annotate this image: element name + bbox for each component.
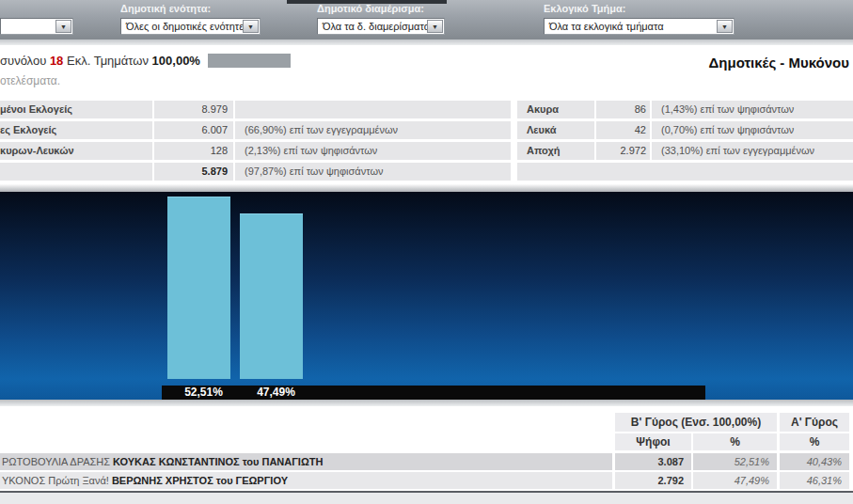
invalid-label: Ακυρα [517,101,594,118]
progress-bar [208,54,291,68]
table-row: κυρων-Λευκών 128 (2,13%) επί των ψηφισάν… [0,142,511,160]
candidate-1-pct-a: 40,43% [780,453,849,470]
blank-label: Λευκά [517,121,594,139]
reporting-status: συνόλου 18 Εκλ. Τμημάτων 100,00% [0,54,291,68]
candidate-2-name: ΥΚΟΝΟΣ Πρώτη Ξανά! ΒΕΡΩΝΗΣ ΧΡΗΣΤΟΣ του Γ… [0,472,612,489]
table-row: Ακυρα 86 (1,43%) επί των ψηφισάντων [517,101,853,118]
invalid-note: (1,43%) επί των ψηφισάντων [652,101,853,118]
pct-b-header: % [693,433,777,450]
invalid-value: 86 [596,101,650,118]
bar-candidate-2 [240,213,303,379]
chart-label-strip [162,386,705,400]
party-1: ΡΩΤΟΒΟΥΛΙΑ ΔΡΑΣΗΣ [2,456,110,467]
abstention-label: Αποχή [517,142,594,160]
results-header-row-1: Β' Γύρος (Ενσ. 100,00%) Α' Γύρος [0,413,853,432]
candidate-2-votes: 2.792 [615,472,691,489]
status-middle: Εκλ. Τμημάτων [67,54,149,68]
voted-value: 6.007 [154,121,233,139]
chevron-down-icon[interactable]: ▼ [55,20,71,33]
municipal-district-label: Δημοτικό διαμέρισμα: [317,3,424,14]
valid-value: 5.879 [154,163,233,181]
chevron-down-icon[interactable]: ▼ [717,20,733,33]
candidate-row-1: ΡΩΤΟΒΟΥΛΙΑ ΔΡΑΣΗΣ ΚΟΥΚΑΣ ΚΩΝΣΤΑΝΤΙΝΟΣ το… [0,453,853,470]
table-row [517,163,853,181]
candidate-2-pct-b: 47,49% [693,472,777,489]
footer-area [0,493,853,504]
voted-note: (66,90%) επί των εγγεγραμμένων [235,121,511,139]
round-b-header: Β' Γύρος (Ενσ. 100,00%) [615,413,777,432]
registered-voters-note [235,101,511,118]
ballot-stats-table: Ακυρα 86 (1,43%) επί των ψηφισάντων Λευκ… [517,101,853,181]
registered-voters-value: 8.979 [154,101,233,118]
table-row: 5.879 (97,87%) επί των ψηφισάντων [0,163,511,181]
invalid-blank-label: κυρων-Λευκών [0,142,152,160]
chart-background [0,192,853,400]
results-header-row-2: Ψήφοι % % [0,433,853,450]
candidate-2: ΒΕΡΩΝΗΣ ΧΡΗΣΤΟΣ του ΓΕΩΡΓΙΟΥ [112,475,288,486]
reporting-percent: 100,00% [152,54,200,68]
votes-header: Ψήφοι [615,433,691,450]
results-bar-chart: 52,51% 47,49% [0,184,853,406]
voted-label: ες Εκλογείς [0,121,152,139]
page-title: Δημοτικές - Μυκόνου [709,55,849,71]
municipal-unit-label: Δημοτική ενότητα: [120,3,211,14]
table-row: ες Εκλογείς 6.007 (66,90%) επί των εγγεγ… [0,121,511,139]
abstention-value: 2.972 [596,142,650,160]
municipal-unit-value: Όλες οι δημοτικές ενότητες [126,21,248,32]
municipal-district-value: Όλα τα δ. διαμερίσματα [323,21,430,32]
status-prefix: συνόλου [0,54,46,68]
polling-station-label: Εκλογικό Τμήμα: [544,3,625,14]
blank-value: 42 [596,121,650,139]
chart-bottom-edge [0,400,853,406]
bar-label-1: 52,51% [172,386,235,400]
chart-top-edge [0,184,853,192]
candidate-row-2: ΥΚΟΝΟΣ Πρώτη Ξανά! ΒΕΡΩΝΗΣ ΧΡΗΣΤΟΣ του Γ… [0,472,853,489]
filter-bar: ▼ Δημοτική ενότητα: Όλες οι δημοτικές εν… [0,0,853,39]
results-subtext: οτελέσματα. [0,74,60,87]
pct-a-header: % [780,433,849,450]
party-2: ΥΚΟΝΟΣ Πρώτη Ξανά! [2,475,109,486]
table-row: Αποχή 2.972 (33,10%) επί των εγγεγραμμέν… [517,142,853,160]
filter-bar-bottom-edge [0,39,853,45]
municipal-unit-select[interactable]: Όλες οι δημοτικές ενότητες ▼ [120,18,261,35]
table-row: Λευκά 42 (0,70%) επί των ψηφισάντων [517,121,853,139]
candidate-1-name: ΡΩΤΟΒΟΥΛΙΑ ΔΡΑΣΗΣ ΚΟΥΚΑΣ ΚΩΝΣΤΑΝΤΙΝΟΣ το… [0,453,612,470]
candidate-2-pct-a: 46,31% [780,472,849,489]
candidate-1: ΚΟΥΚΑΣ ΚΩΝΣΤΑΝΤΙΝΟΣ του ΠΑΝΑΓΙΩΤΗ [113,456,323,467]
candidate-1-votes: 3.087 [615,453,691,470]
electorate-stats-table: μένοι Εκλογείς 8.979 ες Εκλογείς 6.007 (… [0,101,511,181]
chevron-down-icon[interactable]: ▼ [243,20,259,33]
bar-label-2: 47,49% [245,386,308,400]
polling-station-select[interactable]: Όλα τα εκλογικά τμήματα ▼ [544,18,735,35]
registered-voters-label: μένοι Εκλογείς [0,101,152,118]
invalid-blank-note: (2,13%) επί των ψηφισάντων [235,142,511,160]
polling-station-value: Όλα τα εκλογικά τμήματα [549,21,664,32]
municipal-district-select[interactable]: Όλα τα δ. διαμερίσματα ▼ [317,18,445,35]
candidate-1-pct-b: 52,51% [693,453,777,470]
table-row: μένοι Εκλογείς 8.979 [0,101,511,118]
blank-note: (0,70%) επί των ψηφισάντων [652,121,853,139]
station-count: 18 [50,54,63,68]
chevron-down-icon[interactable]: ▼ [427,20,443,33]
election-results-page: ▼ Δημοτική ενότητα: Όλες οι δημοτικές εν… [0,0,853,504]
empty-cell [517,163,853,181]
invalid-blank-value: 128 [154,142,233,160]
round-a-header: Α' Γύρος [780,413,849,432]
filter-select-cropped[interactable]: ▼ [0,18,73,35]
abstention-note: (33,10%) επί των εγγεγραμμένων [652,142,853,160]
valid-note: (97,87%) επί των ψηφισάντων [235,163,511,181]
bar-candidate-1 [167,197,230,379]
valid-label [0,163,152,181]
